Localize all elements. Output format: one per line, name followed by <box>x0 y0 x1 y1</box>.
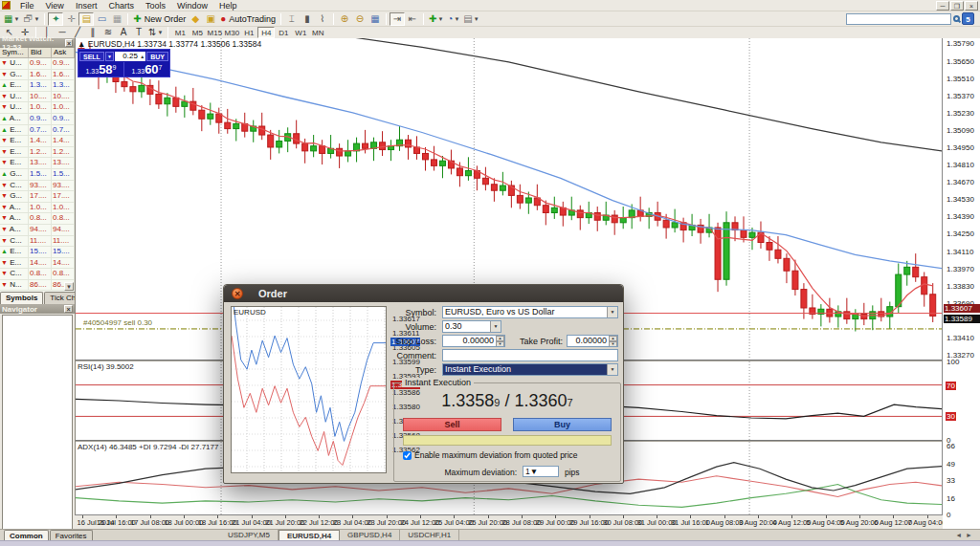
take-profit-input[interactable]: 0.00000▲▼ <box>567 335 618 347</box>
table-row[interactable]: ▼ A...0.8...0.8... <box>0 213 75 225</box>
metaeditor-button[interactable]: ◆ <box>188 12 203 26</box>
table-row[interactable]: ▼ C...93....93.... <box>0 181 75 192</box>
dialog-close-icon[interactable]: ✕ <box>232 288 243 299</box>
comment-input[interactable] <box>442 349 618 361</box>
table-row[interactable]: ▼ E...14....14.... <box>0 258 75 270</box>
mql5-community-button[interactable]: 5 <box>962 12 974 25</box>
minimize-button[interactable]: ─ <box>936 1 949 11</box>
experts-button[interactable]: ▣ <box>203 12 218 26</box>
table-row[interactable]: ▲ E...0.7...0.7... <box>0 125 75 137</box>
timeframe-m1[interactable]: M1 <box>171 27 189 38</box>
strategy-tester-button[interactable]: ▦ <box>109 12 124 26</box>
timeframe-h1[interactable]: H1 <box>240 27 257 38</box>
timeframe-m30[interactable]: M30 <box>223 27 240 38</box>
channel-tool-button[interactable]: ∥ <box>85 26 100 39</box>
deviation-checkbox[interactable] <box>403 451 412 460</box>
column-bid[interactable]: Bid <box>29 48 52 57</box>
table-row[interactable]: ▼ C...0.8...0.8... <box>0 269 75 280</box>
templates-button[interactable]: ▤▼ <box>461 12 480 26</box>
zoom-in-button[interactable]: ⊕ <box>337 12 352 26</box>
trendline-tool-button[interactable]: ╱ <box>70 26 85 39</box>
tab-scroll-icons[interactable]: ◄► <box>955 532 976 538</box>
table-row[interactable]: ▼ E...13....13.... <box>0 158 75 169</box>
menu-tools[interactable]: Tools <box>140 0 171 11</box>
market-watch-close-icon[interactable]: × <box>65 39 73 47</box>
table-row[interactable]: ▼ U...0.9...0.9... <box>0 58 75 70</box>
timeframe-m15[interactable]: M15 <box>206 27 223 38</box>
column-symbol[interactable]: Sym... <box>0 48 29 57</box>
one-click-buy-button[interactable]: BUY <box>146 52 168 61</box>
text-tool-button[interactable]: A <box>116 26 131 39</box>
close-button[interactable]: × <box>965 1 978 11</box>
new-order-button[interactable]: ✚New Order <box>131 12 188 26</box>
line-chart-button[interactable]: ⌇ <box>315 12 330 26</box>
menu-file[interactable]: File <box>14 0 40 11</box>
time-axis[interactable]: 16 Jul 201416 Jul 16:0017 Jul 08:0018 Ju… <box>75 514 943 529</box>
table-row[interactable]: ▲ G...1.5...1.5... <box>0 169 75 181</box>
order-type-select[interactable]: Instant Execution▼ <box>442 363 618 376</box>
timeframe-h4[interactable]: H4 <box>257 27 275 38</box>
price-axis[interactable]: 1.357901.356501.355101.353701.352301.350… <box>942 38 980 514</box>
bar-chart-button[interactable]: ⌶ <box>284 12 300 26</box>
menu-insert[interactable]: Insert <box>70 0 103 11</box>
autotrading-button[interactable]: ●AutoTrading <box>218 12 278 26</box>
one-click-sell-button[interactable]: SELL <box>79 52 104 61</box>
fibonacci-tool-button[interactable]: ≋ <box>100 26 116 39</box>
one-click-options-icon[interactable]: ▼ <box>105 52 114 61</box>
table-row[interactable]: ▼ A...94....94.... <box>0 225 75 236</box>
scroll-down-icon[interactable]: ▼ <box>64 282 74 291</box>
table-row[interactable]: ▼ A...1.0...1.0... <box>0 203 75 214</box>
navigator-body[interactable] <box>2 315 73 536</box>
timeframe-m5[interactable]: M5 <box>189 27 206 38</box>
tile-windows-button[interactable]: ▦ <box>368 12 383 26</box>
order-dialog-titlebar[interactable]: ✕ Order <box>224 285 623 302</box>
table-row[interactable]: ▲ E...1.3...1.3... <box>0 80 75 92</box>
chart-shift-button[interactable]: ⇤ <box>405 12 420 26</box>
table-row[interactable]: ▼ E...1.2...1.2... <box>0 147 75 159</box>
arrows-tool-button[interactable]: ⇅▼ <box>146 26 165 39</box>
one-click-sell-price[interactable]: 1.33589 <box>78 62 123 76</box>
symbol-select[interactable]: EURUSD, Euro vs US Dollar▼ <box>442 306 618 318</box>
menu-window[interactable]: Window <box>171 0 213 11</box>
terminal-button[interactable]: ▭ <box>94 12 109 26</box>
sell-button[interactable]: Sell <box>403 418 501 431</box>
periods-button[interactable]: ◔▼ <box>445 12 461 26</box>
table-row[interactable]: ▼ E...1.4...1.4... <box>0 136 75 147</box>
table-row[interactable]: ▼ G...1.6...1.6... <box>0 70 75 81</box>
market-watch-toggle-button[interactable]: ✦ <box>48 12 63 26</box>
maximum-deviation-select[interactable]: 1▼ <box>523 466 559 477</box>
menu-view[interactable]: View <box>40 0 70 11</box>
search-icon[interactable] <box>953 15 960 22</box>
data-window-button[interactable]: ✛ <box>63 12 78 26</box>
table-row[interactable]: ▼ U...1.0...1.0... <box>0 102 75 114</box>
auto-scroll-button[interactable]: ⇥ <box>390 12 405 26</box>
search-input[interactable] <box>846 13 951 25</box>
stop-loss-input[interactable]: 0.00000▲▼ <box>442 335 505 347</box>
table-row[interactable]: ▲ E...15....15.... <box>0 247 75 258</box>
timeframe-w1[interactable]: W1 <box>292 27 309 38</box>
navigator-close-icon[interactable]: × <box>64 305 73 313</box>
table-row[interactable]: ▲ A...0.9...0.9... <box>0 114 75 125</box>
timeframe-mn[interactable]: MN <box>309 27 326 38</box>
deviation-checkbox-label[interactable]: Enable maximum deviation from quoted pri… <box>414 450 578 460</box>
open-position-label[interactable]: #40504997 sell 0.30 <box>83 318 152 327</box>
restore-button[interactable]: ❐ <box>950 1 964 11</box>
one-click-buy-price[interactable]: 1.33607 <box>124 62 169 76</box>
navigator-toggle-button[interactable]: ▤ <box>78 12 94 26</box>
tab-symbols[interactable]: Symbols <box>0 292 43 304</box>
menu-help[interactable]: Help <box>213 0 243 11</box>
profiles-button[interactable]: 🗗▼ <box>21 12 41 26</box>
new-chart-button[interactable]: ▦▼ <box>2 12 21 26</box>
menu-charts[interactable]: Charts <box>102 0 140 11</box>
indicators-button[interactable]: ✚▼ <box>427 12 445 26</box>
one-click-volume-input[interactable]: 0.25▲ <box>115 52 145 61</box>
table-row[interactable]: ▼ C...11....11.... <box>0 236 75 248</box>
buy-button[interactable]: Buy <box>513 418 612 431</box>
table-row[interactable]: ▼ G...17....17.... <box>0 191 75 203</box>
zoom-out-button[interactable]: ⊖ <box>352 12 368 26</box>
column-ask[interactable]: Ask <box>52 48 75 57</box>
timeframe-d1[interactable]: D1 <box>275 27 292 38</box>
volume-select[interactable]: 0.30▼ <box>442 320 501 333</box>
candlestick-chart-button[interactable]: ▮ <box>300 12 315 26</box>
table-row[interactable]: ▼ U...10....10.... <box>0 92 75 103</box>
